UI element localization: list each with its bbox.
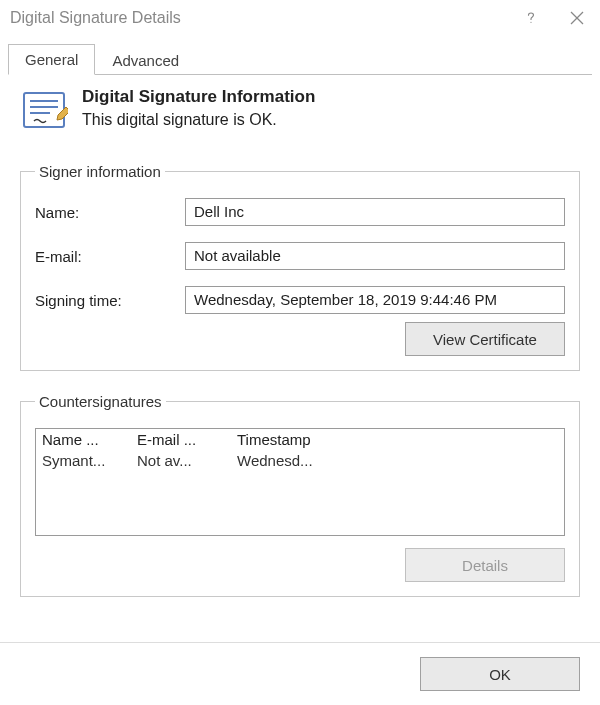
signer-time-label: Signing time: <box>35 292 185 309</box>
close-button[interactable] <box>554 0 600 36</box>
list-cell-timestamp: Wednesd... <box>237 452 558 469</box>
signer-name-value: Dell Inc <box>185 198 565 226</box>
details-row: Details <box>35 548 565 582</box>
tab-general[interactable]: General <box>8 44 95 75</box>
info-subtext: This digital signature is OK. <box>82 111 315 129</box>
signer-time-value: Wednesday, September 18, 2019 9:44:46 PM <box>185 286 565 314</box>
list-header-timestamp[interactable]: Timestamp <box>237 431 558 448</box>
view-cert-row: View Certificate <box>35 322 565 356</box>
dialog-footer: OK <box>0 642 600 705</box>
countersignatures-list[interactable]: Name ... E-mail ... Timestamp Symant... … <box>35 428 565 536</box>
view-certificate-button[interactable]: View Certificate <box>405 322 565 356</box>
signer-email-label: E-mail: <box>35 248 185 265</box>
signer-legend: Signer information <box>35 163 165 180</box>
list-header: Name ... E-mail ... Timestamp <box>36 429 564 450</box>
tab-advanced[interactable]: Advanced <box>95 45 196 75</box>
tab-content: Digital Signature Information This digit… <box>0 75 600 625</box>
ok-button[interactable]: OK <box>420 657 580 691</box>
signature-info: Digital Signature Information This digit… <box>20 87 580 135</box>
help-icon <box>523 10 539 26</box>
countersignatures-group: Countersignatures Name ... E-mail ... Ti… <box>20 393 580 597</box>
list-cell-email: Not av... <box>137 452 237 469</box>
signer-email-row: E-mail: Not available <box>35 242 565 270</box>
countersignatures-legend: Countersignatures <box>35 393 166 410</box>
tab-underline <box>8 74 592 75</box>
signer-group: Signer information Name: Dell Inc E-mail… <box>20 163 580 371</box>
details-button: Details <box>405 548 565 582</box>
list-header-email[interactable]: E-mail ... <box>137 431 237 448</box>
window-title: Digital Signature Details <box>10 9 508 27</box>
signer-name-label: Name: <box>35 204 185 221</box>
signer-time-row: Signing time: Wednesday, September 18, 2… <box>35 286 565 314</box>
signature-icon <box>20 87 68 135</box>
tab-strip: General Advanced <box>0 36 600 74</box>
help-button[interactable] <box>508 0 554 36</box>
close-icon <box>569 10 585 26</box>
list-row[interactable]: Symant... Not av... Wednesd... <box>36 450 564 471</box>
titlebar: Digital Signature Details <box>0 0 600 36</box>
signer-name-row: Name: Dell Inc <box>35 198 565 226</box>
svg-point-0 <box>530 22 531 23</box>
list-header-name[interactable]: Name ... <box>42 431 137 448</box>
info-heading: Digital Signature Information <box>82 87 315 107</box>
list-cell-name: Symant... <box>42 452 137 469</box>
signer-email-value: Not available <box>185 242 565 270</box>
